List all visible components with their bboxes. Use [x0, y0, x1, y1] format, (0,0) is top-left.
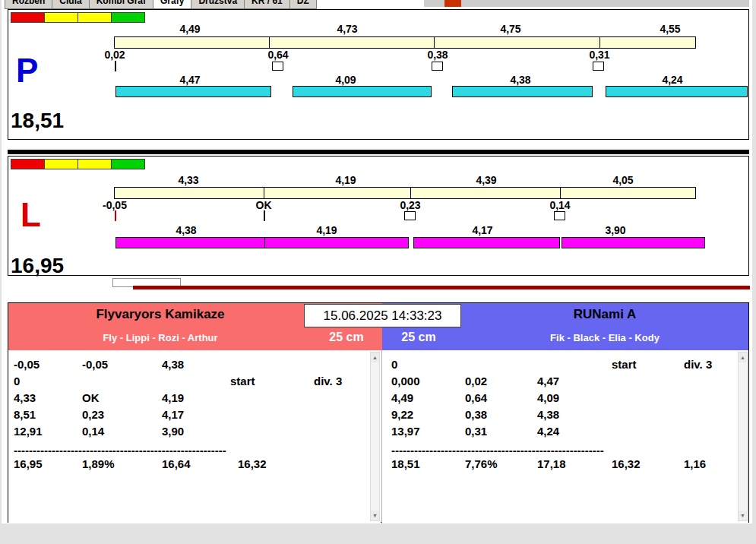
interval-time-label: 4,19 [323, 174, 369, 186]
right-results-table: 0 start div. 3 0,000 0,02 4,47 4,49 0,64… [382, 350, 748, 523]
change-checkbox[interactable] [404, 211, 416, 220]
change-time-label: 0,64 [257, 49, 299, 61]
change-checkbox[interactable] [554, 211, 565, 220]
interval-time-label: 4,33 [166, 174, 211, 186]
tab-druzstva[interactable]: Družstva [191, 0, 244, 9]
datetime-display: 15.06.2025 14:33:23 [304, 304, 461, 327]
table-cell: div. 3 [684, 358, 712, 371]
table-cell: 8,51 [14, 408, 36, 421]
scroll-up-icon[interactable]: ▲ [371, 353, 379, 362]
interval-divider [264, 188, 264, 198]
interval-time-label: 4,39 [463, 174, 509, 186]
interval-time-label: 4,55 [647, 23, 693, 35]
split-bar [606, 86, 748, 97]
table-cell: 0,38 [465, 408, 487, 421]
table-cell: 0,000 [391, 375, 420, 387]
change-checkbox[interactable] [432, 62, 443, 71]
change-time-label: 0,31 [578, 49, 621, 61]
table-separator: ----------------------------------------… [391, 444, 606, 455]
interval-divider [599, 37, 600, 48]
split-bar [264, 237, 409, 248]
light-green-icon [111, 159, 145, 169]
light-red-icon [11, 12, 45, 23]
right-team-lineup: Fik - Black - Elia - Kody [464, 332, 745, 343]
window-frame [752, 0, 756, 544]
scroll-down-icon[interactable]: ▼ [371, 511, 379, 520]
table-cell: 0 [14, 375, 20, 387]
progress-line [133, 286, 750, 289]
table-cell: 4,17 [162, 408, 184, 421]
tab-dz[interactable]: DZ [289, 0, 317, 9]
lane-letter: P [16, 54, 38, 87]
light-green-icon [111, 12, 145, 23]
interval-time-label: 4,05 [600, 174, 646, 186]
total-cell: 16,95 [14, 457, 43, 470]
total-cell: 18,51 [391, 457, 420, 470]
change-time-label: 0,38 [416, 49, 459, 61]
table-cell: div. 3 [314, 375, 342, 387]
split-time-label: 4,17 [460, 224, 505, 236]
left-table-scrollbar[interactable]: ▲ ▼ [370, 352, 380, 521]
interval-bar [114, 36, 696, 49]
tab-rozbeh[interactable]: Rozběh [5, 0, 52, 9]
table-cell: 0,14 [82, 425, 104, 438]
table-cell: 4,33 [14, 391, 36, 404]
light-yellow-icon [44, 159, 78, 169]
interval-time-label: 4,75 [488, 23, 533, 35]
table-cell: 4,09 [537, 391, 559, 404]
table-cell: 0,64 [465, 391, 487, 404]
left-jump-height: 25 cm [312, 331, 381, 344]
change-checkbox[interactable] [272, 62, 283, 71]
total-cell: 17,18 [537, 457, 566, 470]
table-cell: 4,19 [162, 391, 184, 404]
total-cell: 16,32 [238, 457, 267, 470]
scroll-up-icon[interactable]: ▲ [739, 353, 747, 362]
split-bar [293, 86, 432, 97]
right-team-name: RUNami A [464, 307, 745, 322]
split-time-label: 4,38 [498, 74, 543, 86]
split-bar [115, 86, 271, 97]
change-time-label: 0,14 [539, 199, 581, 211]
total-cell: 7,76% [465, 457, 498, 470]
lane-total-time: 18,51 [11, 110, 64, 131]
graph-panel-l: 4,33 4,19 4,39 4,05 -0,05 OK 0,23 0,14 4… [8, 156, 749, 276]
interval-divider [434, 37, 435, 48]
tab-grafy[interactable]: Grafy [153, 0, 191, 9]
table-cell: 13,97 [391, 425, 420, 438]
light-yellow-icon [44, 12, 78, 23]
table-cell: 4,38 [162, 358, 184, 371]
right-jump-height: 25 cm [388, 331, 449, 344]
graph-panel-p: 4,49 4,73 4,75 4,55 0,02 0,64 0,38 0,31 … [8, 9, 749, 140]
tab-kr[interactable]: KR / 61 [244, 0, 289, 9]
table-cell: OK [82, 391, 100, 404]
interval-time-label: 4,49 [167, 23, 213, 35]
right-table-scrollbar[interactable]: ▲ ▼ [738, 352, 748, 521]
change-time-label: OK [242, 199, 285, 211]
total-cell: 1,89% [82, 457, 115, 470]
table-cell: 4,49 [391, 391, 413, 404]
split-time-label: 4,19 [304, 224, 350, 236]
table-cell: 12,91 [14, 425, 43, 438]
lane-total-time: 16,95 [11, 255, 64, 277]
change-time-label: 0,23 [389, 199, 432, 211]
tab-cidla[interactable]: Čidla [52, 0, 88, 9]
window-frame [0, 0, 2, 523]
scoreboard-block: Flyvaryors Kamikaze Fly - Lippi - Rozi -… [8, 302, 749, 523]
lane-letter: L [21, 198, 41, 232]
table-cell: 0,23 [82, 408, 104, 421]
total-cell: 1,16 [684, 457, 706, 470]
split-time-label: 4,24 [650, 74, 695, 86]
interval-divider [410, 188, 411, 198]
left-team-lineup: Fly - Lippi - Rozi - Arthur [8, 332, 312, 343]
scroll-down-icon[interactable]: ▼ [739, 511, 747, 520]
change-tick [264, 210, 265, 221]
left-team-name: Flyvaryors Kamikaze [8, 307, 312, 322]
titlebar-fragment [424, 0, 749, 7]
tab-kombi-graf[interactable]: Kombi Graf [89, 0, 153, 9]
split-bar [561, 237, 705, 248]
tab-row: Rozběh Čidla Kombi Graf Grafy Družstva K… [5, 0, 317, 9]
change-checkbox[interactable] [593, 62, 604, 71]
light-yellow-icon [77, 12, 112, 23]
split-time-label: 4,47 [167, 74, 213, 86]
table-cell: 0 [391, 358, 397, 371]
